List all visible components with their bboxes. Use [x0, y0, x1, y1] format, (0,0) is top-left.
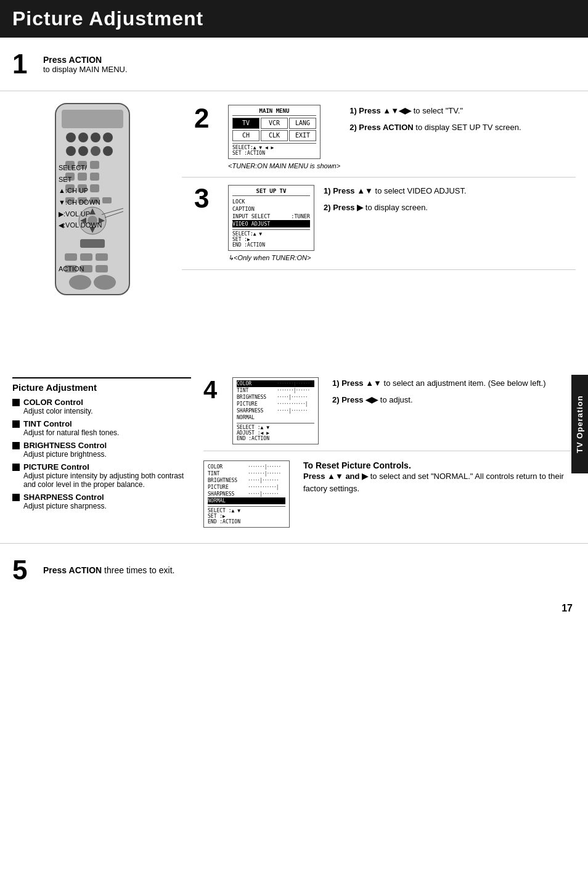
- step4-screen: COLOR ·······|······ TINT ·······|······…: [232, 377, 319, 444]
- menu-cell-ch: CH: [232, 130, 259, 141]
- bar-brightness: BRIGHTNESS ·····|·······: [237, 394, 314, 401]
- reset-bar-brightness: BRIGHTNESS ·····|·······: [208, 477, 285, 484]
- menu-cell-clock: CLK: [261, 130, 288, 141]
- main-menu-title: MAIN MENU: [232, 108, 316, 116]
- bullet-tint: [12, 420, 20, 428]
- step3-instr2: 2) Press ▶ to display screen.: [324, 202, 563, 215]
- step2-wrapper: 2 MAIN MENU TV VCR LANG CH CLK EXIT: [182, 97, 576, 178]
- setup-tv-footer: SELECT:▲ ▼ SET :▶ END :ACTION: [232, 229, 310, 248]
- step5-row: 5 Press ACTION three times to exit.: [0, 543, 588, 597]
- reset-bar-normal: NORMAL: [208, 497, 285, 504]
- picture-desc: Adjust picture intensity by adjusting bo…: [23, 472, 191, 489]
- step3-instr1: 1) Press ▲▼ to select VIDEO ADJUST.: [324, 185, 563, 198]
- brightness-desc: Adjust picture brightness.: [23, 450, 107, 459]
- step1-number: 1: [12, 49, 43, 80]
- menu-cell-exit: EXIT: [289, 130, 316, 141]
- step2-screen: MAIN MENU TV VCR LANG CH CLK EXIT SELECT…: [228, 105, 340, 170]
- tint-title: TINT Control: [23, 419, 119, 428]
- pic-adj-sharpness-text: SHARPNESS Control Adjust picture sharpne…: [23, 493, 107, 510]
- svg-rect-1: [62, 110, 123, 128]
- main-layout: SELECT/ SET ▲:CH UP ▼:CH DOWN ▶:VOL UP ◀…: [0, 91, 588, 368]
- step4-number: 4: [203, 377, 225, 402]
- bullet-sharpness: [12, 494, 20, 501]
- svg-point-6: [66, 146, 76, 156]
- step5-text: Press ACTION three times to exit.: [43, 565, 174, 575]
- menu-grid: TV VCR LANG CH CLK EXIT: [232, 118, 316, 141]
- pic-adj-item-tint: TINT Control Adjust for natural flesh to…: [12, 419, 191, 437]
- color-desc: Adjust color intensity.: [23, 407, 93, 415]
- step1-row: 1 Press ACTION to display MAIN MENU.: [0, 38, 588, 91]
- svg-point-4: [91, 133, 100, 142]
- action-label-text: ACTION: [59, 265, 84, 272]
- right-column: TV Operation 2 MAIN MENU TV VCR LANG CH …: [179, 91, 588, 368]
- steps-4-reset: 4 COLOR ·······|······ TINT ·······|····…: [203, 377, 576, 528]
- left-column: SELECT/ SET ▲:CH UP ▼:CH DOWN ▶:VOL UP ◀…: [0, 91, 179, 368]
- label-ch-up: ▲:CH UP: [59, 185, 182, 197]
- setup-tv-screen: SET UP TV LOCK CAPTION INPUT SELECT:TUNE…: [228, 185, 314, 251]
- brightness-title: BRIGHTNESS Control: [23, 441, 107, 450]
- page-title: Picture Adjustment: [12, 7, 576, 30]
- label-action: ACTION: [59, 265, 182, 272]
- step3-wrapper: 3 SET UP TV LOCK CAPTION INPUT SELECT:TU…: [182, 178, 576, 270]
- sharpness-desc: Adjust picture sharpness.: [23, 502, 107, 510]
- setup-row-lock: LOCK: [232, 198, 310, 205]
- bullet-color: [12, 399, 20, 406]
- picture-title: PICTURE Control: [23, 462, 191, 472]
- label-select-set: SELECT/: [59, 162, 182, 174]
- side-tab: TV Operation: [571, 375, 588, 473]
- pic-adj-brightness-text: BRIGHTNESS Control Adjust picture bright…: [23, 441, 107, 459]
- step2-number: 2: [194, 105, 219, 170]
- bar-normal: NORMAL: [237, 414, 314, 421]
- svg-point-2: [66, 133, 76, 142]
- step4-row: 4 COLOR ·······|······ TINT ·······|····…: [203, 377, 576, 451]
- svg-point-3: [78, 133, 88, 142]
- label-ch-down: ▼:CH DOWN: [59, 197, 182, 208]
- svg-point-7: [78, 146, 88, 156]
- reset-footer: SELECT :▲ ▼ SET :▶ END :ACTION: [208, 506, 285, 525]
- step2-instructions: 1) Press ▲▼◀▶ to select "TV." 2) Press A…: [349, 105, 563, 170]
- main-menu-screen: MAIN MENU TV VCR LANG CH CLK EXIT SELECT…: [228, 105, 321, 159]
- reset-body: Press ▲▼ and ▶ to select and set "NORMAL…: [303, 470, 576, 494]
- pic-adj-tint-text: TINT Control Adjust for natural flesh to…: [23, 419, 119, 437]
- reset-bar-sharpness: SHARPNESS ·····|·······: [208, 491, 285, 497]
- step3-instructions: 1) Press ▲▼ to select VIDEO ADJUST. 2) P…: [324, 185, 563, 262]
- label-vol-down: ◀:VOL DOWN: [59, 219, 182, 231]
- step2-note: <TUNER:ON MAIN MENU is shown>: [228, 162, 340, 170]
- reset-section: COLOR ·······|······ TINT ·······|······…: [203, 457, 576, 528]
- reset-screen: COLOR ·······|······ TINT ·······|······…: [203, 460, 290, 528]
- video-adjust-screen: COLOR ·······|······ TINT ·······|······…: [232, 377, 319, 444]
- pic-adj-title: Picture Adjustment: [12, 377, 191, 393]
- bar-color: COLOR ·······|······: [237, 380, 314, 387]
- setup-tv-title: SET UP TV: [232, 188, 310, 196]
- menu-cell-tv: TV: [232, 118, 259, 129]
- menu-cell-vcr: VCR: [261, 118, 288, 129]
- pic-adj-item-color: COLOR Control Adjust color intensity.: [12, 398, 191, 415]
- reset-title: To Reset Picture Controls.: [303, 460, 576, 470]
- reset-text: To Reset Picture Controls. Press ▲▼ and …: [297, 460, 576, 494]
- remote-labels: SELECT/ SET ▲:CH UP ▼:CH DOWN ▶:VOL UP ◀…: [59, 162, 182, 272]
- step3-note: ↳<Only when TUNER:ON>: [228, 254, 314, 262]
- svg-point-37: [69, 275, 91, 290]
- step4-instr2: 2) Press ◀▶ to adjust.: [332, 394, 576, 407]
- pic-adj-item-sharpness: SHARPNESS Control Adjust picture sharpne…: [12, 493, 191, 510]
- svg-point-38: [94, 275, 116, 290]
- step3-number: 3: [194, 185, 219, 262]
- bullet-picture: [12, 464, 20, 471]
- menu-cell-language: LANG: [289, 118, 316, 129]
- pic-adj-picture-text: PICTURE Control Adjust picture intensity…: [23, 462, 191, 489]
- reset-bar-picture: PICTURE ············|: [208, 484, 285, 491]
- page-header: Picture Adjustment: [0, 0, 588, 38]
- step1-sub: to display MAIN MENU.: [43, 65, 128, 74]
- step3-screen: SET UP TV LOCK CAPTION INPUT SELECT:TUNE…: [228, 185, 314, 262]
- side-tab-text: TV Operation: [575, 395, 584, 453]
- setup-row-video-adj: VIDEO ADJUST: [232, 220, 310, 227]
- reset-bar-tint: TINT ·······|······: [208, 470, 285, 477]
- tint-desc: Adjust for natural flesh tones.: [23, 428, 119, 437]
- bar-tint: TINT ·······|······: [237, 387, 314, 394]
- bullet-brightness: [12, 442, 20, 449]
- bottom-section: Picture Adjustment COLOR Control Adjust …: [0, 368, 588, 537]
- bar-sharpness: SHARPNESS ·····|·······: [237, 407, 314, 414]
- step2-instr1: 1) Press ▲▼◀▶ to select "TV.": [349, 105, 563, 118]
- remote-container: SELECT/ SET ▲:CH UP ▼:CH DOWN ▶:VOL UP ◀…: [12, 100, 173, 359]
- color-title: COLOR Control: [23, 398, 93, 407]
